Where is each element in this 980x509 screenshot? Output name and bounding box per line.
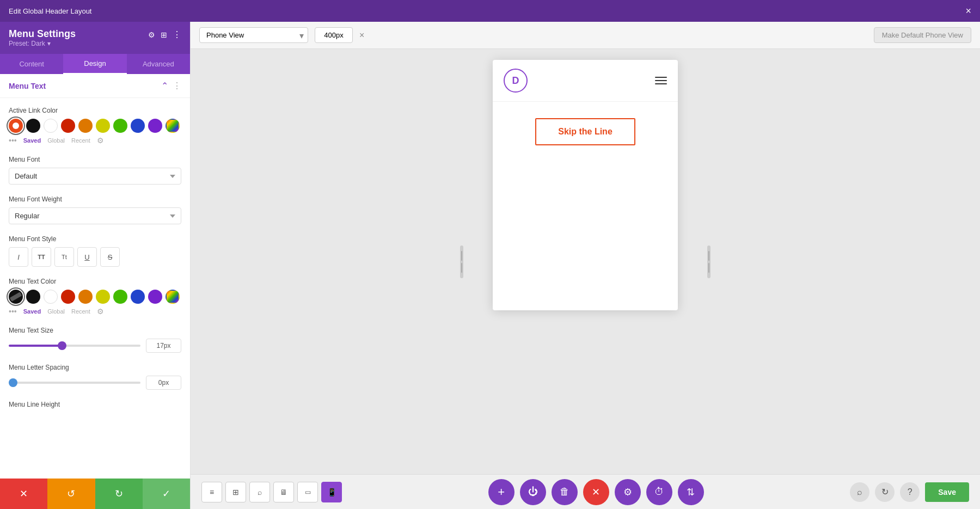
menu-text-section-header: Menu Text ⌃ ⋮ (0, 74, 190, 98)
menu-letter-spacing-input[interactable] (146, 376, 181, 390)
menu-line-height-label: Menu Line Height (9, 401, 181, 408)
save-button[interactable]: Save (925, 482, 969, 502)
underline-button[interactable]: U (77, 247, 97, 267)
color-swatch-black[interactable] (26, 119, 40, 133)
menu-text-color-label: Menu Text Color (9, 278, 181, 285)
text-color-blue[interactable] (131, 290, 145, 304)
menu-text-size-input[interactable] (146, 339, 181, 353)
skip-line-button[interactable]: Skip the Line (535, 118, 635, 145)
search-toolbar-button[interactable]: ⌕ (249, 482, 270, 502)
text-color-swatch-selected[interactable] (9, 290, 23, 304)
text-color-tab-saved[interactable]: Saved (23, 308, 41, 315)
tab-content[interactable]: Content (0, 54, 63, 74)
text-color-yellow[interactable] (96, 290, 110, 304)
sidebar-header-info: Menu Settings Preset: Dark ▾ (9, 28, 76, 47)
strikethrough-button[interactable]: S (100, 247, 120, 267)
clock-circle-button[interactable]: ⏱ (646, 479, 672, 505)
menu-text-size-label: Menu Text Size (9, 327, 181, 334)
add-circle-button[interactable]: + (488, 479, 514, 505)
menu-font-weight-select[interactable]: Regular (9, 207, 181, 224)
desktop-toolbar-button[interactable]: 🖥 (273, 482, 294, 502)
menu-settings-title: Menu Settings (9, 28, 76, 40)
hamburger-toolbar-button[interactable]: ≡ (201, 482, 222, 502)
menu-font-group: Menu Font Default (9, 156, 181, 185)
tab-advanced[interactable]: Advanced (127, 54, 190, 74)
tab-design[interactable]: Design (63, 54, 126, 74)
tablet-toolbar-button[interactable]: ▭ (297, 482, 318, 502)
menu-letter-spacing-slider[interactable] (9, 382, 140, 384)
italic-button[interactable]: I (9, 247, 28, 267)
width-input[interactable] (315, 27, 353, 43)
reload-button[interactable]: ↻ (875, 482, 895, 502)
color-gear-1[interactable]: ⚙ (97, 136, 104, 145)
redo-button[interactable]: ↻ (95, 479, 143, 509)
menu-letter-spacing-group: Menu Letter Spacing (9, 364, 181, 390)
text-color-black[interactable] (26, 290, 40, 304)
view-select[interactable]: Phone View (199, 27, 308, 43)
active-link-color-label: Active Link Color (9, 107, 181, 114)
settings-icon[interactable]: ⚙ (148, 29, 155, 40)
color-swatch-gradient[interactable] (166, 119, 180, 133)
color-swatch-active-selected[interactable] (9, 119, 23, 133)
text-color-green[interactable] (113, 290, 127, 304)
text-color-tab-recent[interactable]: Recent (71, 308, 90, 315)
uppercase-button[interactable]: TT (32, 247, 51, 267)
menu-text-size-slider[interactable] (9, 345, 140, 347)
columns-icon[interactable]: ⊞ (161, 29, 167, 40)
menu-text-color-group: Menu Text Color (9, 278, 181, 316)
text-color-orange[interactable] (78, 290, 93, 304)
hamburger-menu-icon[interactable] (655, 77, 667, 84)
close-window-button[interactable]: × (965, 5, 971, 17)
main-layout: Menu Settings Preset: Dark ▾ ⚙ ⊞ ⋮ Conte… (0, 22, 980, 509)
text-color-purple[interactable] (148, 290, 162, 304)
text-color-red[interactable] (61, 290, 75, 304)
collapse-icon[interactable]: ⌃ (161, 81, 168, 91)
grid-toolbar-button[interactable]: ⊞ (225, 482, 246, 502)
phone-header: D (493, 60, 678, 102)
color-swatch-orange[interactable] (78, 119, 93, 133)
color-swatch-green[interactable] (113, 119, 127, 133)
color-swatch-white[interactable] (44, 119, 58, 133)
preset-label: Preset: Dark ▾ (9, 40, 76, 47)
make-default-button[interactable]: Make Default Phone View (874, 27, 971, 43)
font-style-row: I TT Tt U S (9, 247, 181, 267)
title-bar: Edit Global Header Layout × (0, 0, 980, 22)
undo-button[interactable]: ↺ (47, 479, 95, 509)
cancel-button[interactable]: ✕ (0, 479, 47, 509)
color-gear-2[interactable]: ⚙ (97, 307, 104, 316)
color-tabs-row-2: ••• Saved Global Recent ⚙ (9, 307, 181, 316)
more-icon[interactable]: ⋮ (173, 29, 181, 40)
trash-circle-button[interactable]: 🗑 (552, 479, 578, 505)
active-link-color-group: Active Link Color (9, 107, 181, 145)
menu-font-select[interactable]: Default (9, 168, 181, 185)
phone-toolbar-button[interactable]: 📱 (321, 482, 342, 502)
left-resize-handle[interactable] (460, 246, 463, 278)
text-color-white[interactable] (44, 290, 58, 304)
right-resize-handle[interactable] (707, 246, 710, 278)
gear-circle-button[interactable]: ⚙ (615, 479, 641, 505)
px-close-button[interactable]: × (359, 30, 364, 40)
capitalize-button[interactable]: Tt (54, 247, 74, 267)
text-color-gradient[interactable] (166, 290, 180, 304)
menu-text-color-row (9, 290, 181, 304)
hamburger-line-3 (655, 83, 667, 84)
hamburger-line-1 (655, 77, 667, 78)
text-color-tab-global[interactable]: Global (47, 308, 65, 315)
color-swatch-yellow[interactable] (96, 119, 110, 133)
search-right-button[interactable]: ⌕ (850, 482, 869, 502)
color-tab-recent[interactable]: Recent (71, 137, 90, 144)
section-more-icon[interactable]: ⋮ (173, 81, 181, 91)
color-dots-2[interactable]: ••• (9, 307, 17, 316)
arrows-circle-button[interactable]: ⇅ (678, 479, 704, 505)
color-tab-global[interactable]: Global (47, 137, 65, 144)
menu-font-weight-group: Menu Font Weight Regular (9, 195, 181, 224)
help-button[interactable]: ? (900, 482, 920, 502)
power-circle-button[interactable]: ⏻ (520, 479, 546, 505)
color-swatch-purple[interactable] (148, 119, 162, 133)
close-circle-button[interactable]: ✕ (583, 479, 609, 505)
color-dots-1[interactable]: ••• (9, 136, 17, 145)
color-swatch-blue[interactable] (131, 119, 145, 133)
confirm-button[interactable]: ✓ (143, 479, 190, 509)
color-swatch-red[interactable] (61, 119, 75, 133)
color-tab-saved[interactable]: Saved (23, 137, 41, 144)
